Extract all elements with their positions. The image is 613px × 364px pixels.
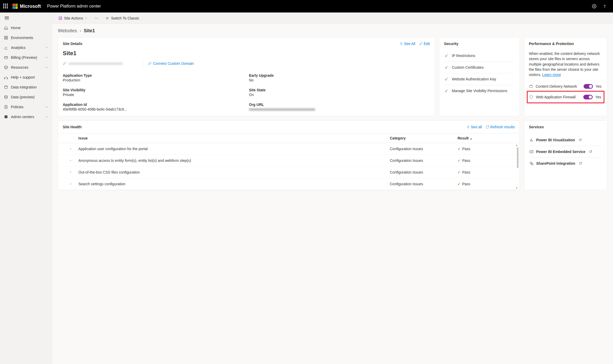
more-actions-button[interactable] (93, 15, 99, 22)
data-icon (4, 95, 8, 99)
switch-classic-button[interactable]: Switch To Classic (104, 15, 140, 22)
analytics-icon (4, 45, 8, 50)
edit-link[interactable]: Edit (419, 42, 430, 46)
main-content: Site Actions Switch To Classic Websites … (52, 12, 613, 364)
sidebar-item-data-preview[interactable]: Data (preview) (0, 92, 52, 102)
sidebar-item-help-support[interactable]: Help + support (0, 72, 52, 82)
card-title: Site Details (63, 42, 82, 46)
svg-point-18 (445, 55, 447, 57)
svg-point-0 (594, 6, 595, 7)
expand-row-icon[interactable] (63, 182, 78, 186)
svg-text:A: A (5, 116, 7, 118)
expand-row-icon[interactable] (63, 147, 78, 150)
admin-centers-icon: A (4, 114, 8, 119)
service-item-sharepoint[interactable]: SharePoint Integration (529, 158, 602, 169)
health-table-header: Issue Category Result▲ (58, 133, 520, 143)
sidebar-item-home[interactable]: Home (0, 23, 52, 33)
svg-point-16 (96, 18, 97, 18)
table-row: Application user configuration for the p… (58, 143, 520, 155)
svg-point-21 (445, 91, 447, 92)
sidebar-item-resources[interactable]: Resources (0, 62, 52, 72)
domain-value-masked: xxxxxxxxxxxxxxxxxxxxxxxxxxxxxxxx (68, 61, 123, 66)
svg-rect-6 (4, 56, 8, 59)
sidebar-item-policies[interactable]: Policies (0, 102, 52, 112)
link-icon (148, 62, 152, 65)
perf-description: When enabled, the content delivery netwo… (529, 51, 602, 77)
svg-point-1 (604, 7, 605, 8)
card-title: Site Health (63, 125, 82, 129)
sidebar-item-data-integration[interactable]: Data integration (0, 82, 52, 92)
scroll-down-icon[interactable]: ▼ (515, 187, 518, 189)
scroll-up-icon[interactable]: ▲ (515, 144, 518, 146)
sidebar-item-analytics[interactable]: Analytics (0, 43, 52, 53)
help-icon[interactable] (599, 1, 610, 11)
security-item-visibility-perms[interactable]: Manage Site Visibility Permissions (444, 85, 515, 97)
waf-highlight: Web Application Firewall Yes (527, 91, 604, 103)
sidebar-item-admin-centers[interactable]: A Admin centers (0, 112, 52, 122)
cdn-toggle[interactable] (584, 84, 593, 89)
breadcrumb: Websites › Site1 (58, 28, 607, 34)
cmd-label: Switch To Classic (111, 16, 139, 20)
scrollbar-thumb[interactable] (517, 147, 518, 168)
switch-icon (105, 16, 109, 20)
sidebar-item-billing[interactable]: Billing (Preview) (0, 53, 52, 62)
security-item-ip-restrictions[interactable]: IP Restrictions (444, 50, 515, 62)
svg-point-10 (5, 95, 8, 97)
settings-icon[interactable] (589, 1, 599, 11)
site-actions-button[interactable]: Site Actions (57, 15, 89, 22)
key-icon (445, 89, 449, 93)
edit-icon (419, 42, 423, 46)
col-result[interactable]: Result▲ (458, 136, 515, 140)
issue-cell: Application user configuration for the p… (78, 147, 390, 151)
field-site-state: Site State On (249, 88, 430, 97)
help-support-icon (4, 75, 8, 80)
breadcrumb-current: Site1 (84, 28, 95, 34)
key-icon (445, 65, 449, 69)
sort-up-icon: ▲ (470, 137, 472, 140)
connect-custom-domain-link[interactable]: Connect Custom Domain (148, 61, 194, 66)
issue-cell: Search settings configuration (78, 182, 390, 186)
service-item-powerbi-viz[interactable]: Power BI Visualization (529, 134, 602, 146)
app-launcher-icon[interactable] (3, 4, 8, 9)
breadcrumb-parent[interactable]: Websites (58, 28, 77, 34)
svg-rect-5 (6, 38, 8, 39)
learn-more-link[interactable]: Learn more (542, 73, 561, 77)
check-icon: ✓ (458, 170, 461, 174)
chevron-down-icon (45, 105, 48, 108)
shield-icon (529, 95, 533, 99)
security-item-custom-certificates[interactable]: Custom Certificates (444, 62, 515, 73)
field-site-visibility: Site Visibility Private (63, 88, 244, 97)
health-table-body[interactable]: ▲ Application user configuration for the… (58, 143, 520, 190)
table-row: Anonymous access to entity form(s), enti… (58, 155, 520, 167)
refresh-results-link[interactable]: Refresh results (486, 125, 515, 129)
chevron-down-icon (45, 46, 48, 49)
popout-icon (589, 150, 592, 153)
expand-row-icon[interactable] (63, 171, 78, 174)
col-issue[interactable]: Issue (78, 136, 390, 140)
col-category[interactable]: Category (390, 136, 458, 140)
result-cell: ✓Pass (458, 182, 515, 186)
edit-domain-icon[interactable] (63, 62, 66, 65)
sidebar-item-environments[interactable]: Environments (0, 33, 52, 43)
see-all-link[interactable]: See All (399, 42, 415, 46)
billing-icon (4, 55, 8, 60)
site-details-card: Site Details See All Edit (58, 37, 435, 116)
svg-point-17 (97, 18, 98, 18)
waf-state: Yes (595, 95, 602, 99)
expand-row-icon[interactable] (63, 159, 78, 162)
field-early-upgrade: Early Upgrade No (249, 73, 430, 82)
command-bar: Site Actions Switch To Classic (52, 12, 613, 24)
sidebar: Home Environments Analytics Billing (Pre… (0, 12, 52, 364)
health-see-all-link[interactable]: See all (466, 125, 482, 129)
refresh-icon (486, 125, 489, 129)
card-title: Security (444, 42, 458, 46)
svg-rect-3 (6, 36, 8, 37)
sidebar-toggle[interactable] (0, 14, 52, 23)
nav-label: Data (preview) (11, 95, 35, 99)
breadcrumb-separator: › (80, 28, 81, 34)
cdn-icon (529, 84, 533, 88)
service-item-powerbi-embedded[interactable]: Power BI Embedded Service (529, 146, 602, 158)
security-item-auth-key[interactable]: Website Authentication Key (444, 73, 515, 85)
sharepoint-icon (529, 161, 534, 165)
waf-toggle[interactable] (583, 95, 593, 99)
